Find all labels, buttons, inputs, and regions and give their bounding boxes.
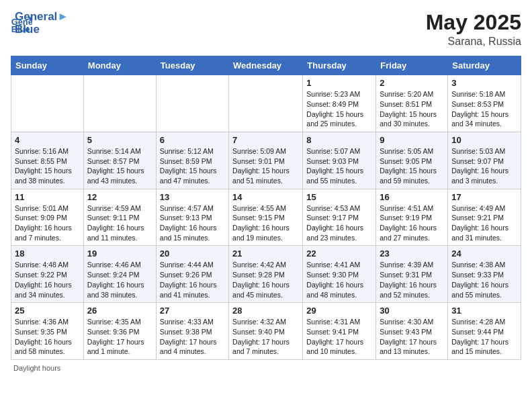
calendar-cell: 20Sunrise: 4:44 AMSunset: 9:26 PMDayligh…	[156, 246, 228, 303]
day-number: 16	[380, 192, 444, 202]
day-number: 23	[380, 248, 444, 259]
calendar-cell: 14Sunrise: 4:55 AMSunset: 9:15 PMDayligh…	[229, 189, 303, 246]
day-number: 25	[15, 306, 80, 316]
day-info: Sunrise: 4:39 AMSunset: 9:31 PMDaylight:…	[380, 260, 444, 300]
col-wednesday: Wednesday	[229, 56, 303, 75]
day-number: 10	[451, 135, 517, 145]
day-number: 9	[380, 135, 444, 145]
day-info: Sunrise: 5:23 AMSunset: 8:49 PMDaylight:…	[306, 89, 372, 129]
day-number: 15	[306, 192, 372, 202]
day-number: 11	[15, 192, 80, 202]
calendar-cell: 21Sunrise: 4:42 AMSunset: 9:28 PMDayligh…	[229, 246, 303, 303]
logo-general: General►	[15, 11, 69, 24]
day-number: 29	[306, 306, 372, 316]
day-info: Sunrise: 4:35 AMSunset: 9:36 PMDaylight:…	[87, 317, 152, 357]
col-thursday: Thursday	[303, 56, 376, 75]
day-info: Sunrise: 5:01 AMSunset: 9:09 PMDaylight:…	[15, 203, 80, 243]
title-block: May 2025 Sarana, Russia	[426, 11, 521, 48]
calendar-cell: 23Sunrise: 4:39 AMSunset: 9:31 PMDayligh…	[376, 246, 448, 303]
day-number: 2	[380, 78, 444, 88]
day-number: 3	[451, 78, 517, 88]
calendar-cell: 28Sunrise: 4:32 AMSunset: 9:40 PMDayligh…	[229, 303, 303, 360]
calendar-cell: 5Sunrise: 5:14 AMSunset: 8:57 PMDaylight…	[83, 132, 156, 189]
day-info: Sunrise: 5:07 AMSunset: 9:03 PMDaylight:…	[306, 146, 372, 186]
calendar-cell: 7Sunrise: 5:09 AMSunset: 9:01 PMDaylight…	[229, 132, 303, 189]
day-number: 6	[160, 135, 225, 145]
calendar-cell: 18Sunrise: 4:48 AMSunset: 9:22 PMDayligh…	[11, 246, 84, 303]
day-number: 14	[232, 192, 299, 202]
col-monday: Monday	[83, 56, 156, 75]
logo-blue: Blue	[15, 24, 69, 36]
col-friday: Friday	[376, 56, 448, 75]
calendar-cell: 11Sunrise: 5:01 AMSunset: 9:09 PMDayligh…	[11, 189, 84, 246]
day-info: Sunrise: 4:38 AMSunset: 9:33 PMDaylight:…	[451, 260, 517, 300]
calendar-cell: 6Sunrise: 5:12 AMSunset: 8:59 PMDaylight…	[156, 132, 228, 189]
day-number: 22	[306, 248, 372, 259]
day-info: Sunrise: 4:31 AMSunset: 9:41 PMDaylight:…	[306, 317, 372, 357]
day-info: Sunrise: 5:12 AMSunset: 8:59 PMDaylight:…	[160, 146, 225, 186]
day-number: 31	[451, 306, 517, 316]
week-row-2: 4Sunrise: 5:16 AMSunset: 8:55 PMDaylight…	[11, 132, 521, 189]
day-info: Sunrise: 5:09 AMSunset: 9:01 PMDaylight:…	[232, 146, 299, 186]
day-number: 18	[15, 248, 80, 259]
calendar-cell: 29Sunrise: 4:31 AMSunset: 9:41 PMDayligh…	[303, 303, 376, 360]
day-info: Sunrise: 4:53 AMSunset: 9:17 PMDaylight:…	[306, 203, 372, 243]
calendar-cell: 24Sunrise: 4:38 AMSunset: 9:33 PMDayligh…	[448, 246, 521, 303]
week-row-3: 11Sunrise: 5:01 AMSunset: 9:09 PMDayligh…	[11, 189, 521, 246]
col-sunday: Sunday	[11, 56, 84, 75]
footer: Daylight hours	[11, 364, 521, 372]
calendar-cell: 13Sunrise: 4:57 AMSunset: 9:13 PMDayligh…	[156, 189, 228, 246]
calendar-cell: 15Sunrise: 4:53 AMSunset: 9:17 PMDayligh…	[303, 189, 376, 246]
day-number: 30	[380, 306, 444, 316]
day-info: Sunrise: 4:49 AMSunset: 9:21 PMDaylight:…	[451, 203, 517, 243]
day-number: 27	[160, 306, 225, 316]
calendar-cell: 10Sunrise: 5:03 AMSunset: 9:07 PMDayligh…	[448, 132, 521, 189]
calendar-cell: 26Sunrise: 4:35 AMSunset: 9:36 PMDayligh…	[83, 303, 156, 360]
day-info: Sunrise: 4:33 AMSunset: 9:38 PMDaylight:…	[160, 317, 225, 357]
day-info: Sunrise: 4:48 AMSunset: 9:22 PMDaylight:…	[15, 260, 80, 300]
day-number: 20	[160, 248, 225, 259]
day-number: 4	[15, 135, 80, 145]
page: General Blue General► Blue May 2025 Sara…	[0, 0, 532, 411]
calendar-title: May 2025	[426, 11, 521, 34]
col-saturday: Saturday	[448, 56, 521, 75]
calendar-cell: 17Sunrise: 4:49 AMSunset: 9:21 PMDayligh…	[448, 189, 521, 246]
day-info: Sunrise: 4:44 AMSunset: 9:26 PMDaylight:…	[160, 260, 225, 300]
calendar-cell: 16Sunrise: 4:51 AMSunset: 9:19 PMDayligh…	[376, 189, 448, 246]
calendar-cell: 3Sunrise: 5:18 AMSunset: 8:53 PMDaylight…	[448, 75, 521, 132]
calendar-cell	[229, 75, 303, 132]
calendar-cell: 8Sunrise: 5:07 AMSunset: 9:03 PMDaylight…	[303, 132, 376, 189]
day-number: 12	[87, 192, 152, 202]
calendar-cell: 22Sunrise: 4:41 AMSunset: 9:30 PMDayligh…	[303, 246, 376, 303]
day-info: Sunrise: 5:14 AMSunset: 8:57 PMDaylight:…	[87, 146, 152, 186]
day-number: 8	[306, 135, 372, 145]
day-info: Sunrise: 4:55 AMSunset: 9:15 PMDaylight:…	[232, 203, 299, 243]
daylight-label: Daylight hours	[13, 364, 60, 372]
day-info: Sunrise: 4:28 AMSunset: 9:44 PMDaylight:…	[451, 317, 517, 357]
day-info: Sunrise: 4:46 AMSunset: 9:24 PMDaylight:…	[87, 260, 152, 300]
calendar-cell: 27Sunrise: 4:33 AMSunset: 9:38 PMDayligh…	[156, 303, 228, 360]
calendar-table: Sunday Monday Tuesday Wednesday Thursday…	[11, 56, 521, 360]
day-info: Sunrise: 4:42 AMSunset: 9:28 PMDaylight:…	[232, 260, 299, 300]
calendar-cell: 1Sunrise: 5:23 AMSunset: 8:49 PMDaylight…	[303, 75, 376, 132]
header: General Blue General► Blue May 2025 Sara…	[11, 11, 521, 48]
calendar-cell: 25Sunrise: 4:36 AMSunset: 9:35 PMDayligh…	[11, 303, 84, 360]
header-row: Sunday Monday Tuesday Wednesday Thursday…	[11, 56, 521, 75]
day-info: Sunrise: 4:32 AMSunset: 9:40 PMDaylight:…	[232, 317, 299, 357]
day-info: Sunrise: 4:57 AMSunset: 9:13 PMDaylight:…	[160, 203, 225, 243]
day-number: 26	[87, 306, 152, 316]
calendar-cell: 31Sunrise: 4:28 AMSunset: 9:44 PMDayligh…	[448, 303, 521, 360]
day-number: 19	[87, 248, 152, 259]
week-row-1: 1Sunrise: 5:23 AMSunset: 8:49 PMDaylight…	[11, 75, 521, 132]
calendar-cell	[11, 75, 84, 132]
day-number: 1	[306, 78, 372, 88]
calendar-cell: 2Sunrise: 5:20 AMSunset: 8:51 PMDaylight…	[376, 75, 448, 132]
day-number: 24	[451, 248, 517, 259]
calendar-cell	[156, 75, 228, 132]
day-number: 21	[232, 248, 299, 259]
day-info: Sunrise: 4:41 AMSunset: 9:30 PMDaylight:…	[306, 260, 372, 300]
day-info: Sunrise: 4:59 AMSunset: 9:11 PMDaylight:…	[87, 203, 152, 243]
day-number: 13	[160, 192, 225, 202]
calendar-location: Sarana, Russia	[426, 36, 521, 48]
calendar-cell: 19Sunrise: 4:46 AMSunset: 9:24 PMDayligh…	[83, 246, 156, 303]
